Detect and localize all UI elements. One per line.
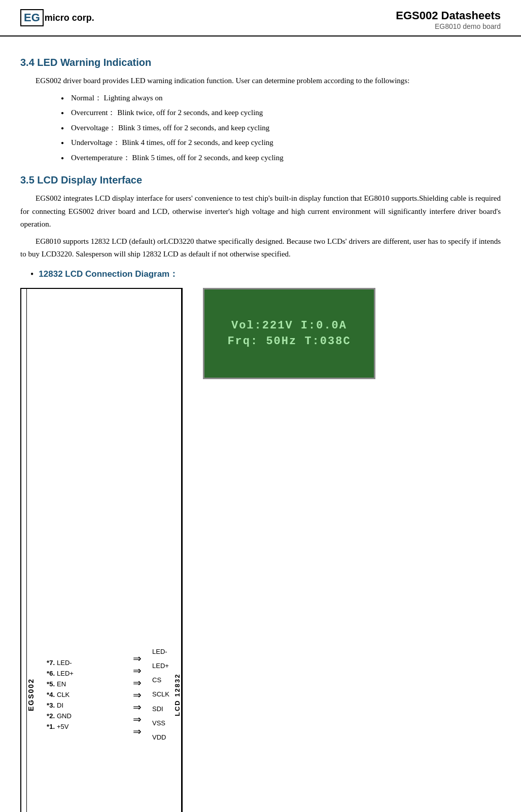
section-35-para1: EGS002 integrates LCD display interface … [20,192,501,231]
logo-area: EG micro corp. [20,9,94,26]
pin-name: LED- [57,659,77,667]
pin-name: +5V [57,723,77,730]
section-35: 3.5 LCD Display Interface EGS002 integra… [20,174,501,261]
right-pin-row: LED- [152,646,169,657]
arrow-icon: ⇒ [128,690,146,699]
right-pin-row: VDD [152,732,169,743]
arrow-icon: ⇒ [128,666,146,675]
arrow-icon: ⇒ [128,703,146,712]
arrow-icon: ⇒ [128,678,146,687]
pin-num: *2. [44,712,55,720]
diag-right-side: LED-LED+CSSCLKSDIVSSVDD LCD 12832 [148,289,182,813]
right-pin-row: VSS [152,718,169,729]
pin-name: GND [57,712,77,720]
left-pin-row: *2.GND [44,712,122,720]
diagram-area: EGS002 *7.LED-*6.LED+*5.EN*4.CLK*3.DI*2.… [20,288,501,813]
right-pin-row: SDI [152,704,169,715]
lcd-display-photo: Vol:221V I:0.0A Frq: 50Hz T:038C [203,288,375,379]
pin-num: *1. [44,723,55,730]
doc-title: EGS002 Datasheets [396,9,501,22]
left-pin-row: *6.LED+ [44,670,122,677]
arrow-icon: ⇒ [128,727,146,736]
left-pins: *7.LED-*6.LED+*5.EN*4.CLK*3.DI*2.GND*1.+… [40,289,126,813]
warning-list-item: Overtemperature： Blink 5 times, off for … [61,152,501,165]
section-35-para2: EG8010 supports 12832 LCD (default) orLC… [20,235,501,261]
diagram1-bullet: • 12832 LCD Connection Diagram： [30,268,501,280]
pin-num: *7. [44,659,55,667]
bullet-dot: • [30,269,33,280]
pin-name: LED+ [57,670,77,677]
connection-box: EGS002 *7.LED-*6.LED+*5.EN*4.CLK*3.DI*2.… [20,288,183,813]
arrow-icon: ⇒ [128,654,146,663]
egs002-label: EGS002 [26,289,35,813]
logo-company: micro corp. [45,13,94,23]
arrows-col: ⇒⇒⇒⇒⇒⇒⇒ [126,289,148,813]
left-pin-row: *5.EN [44,680,122,688]
left-pin-row: *7.LED- [44,659,122,667]
warning-list-item: Normal： Lighting always on [61,92,501,105]
section-34-heading: 3.4 LED Warning Indication [20,57,501,68]
diag-left-side: EGS002 [21,289,40,813]
right-pin-row: CS [152,675,169,686]
doc-subtitle: EG8010 demo board [396,22,501,30]
warning-list: Normal： Lighting always onOvercurrent： B… [61,92,501,165]
pin-name: CLK [57,691,77,698]
logo-eg-box: EG [20,9,44,26]
header-right: EGS002 Datasheets EG8010 demo board [396,9,501,30]
diagram1-label: 12832 LCD Connection Diagram： [39,268,178,280]
section-34: 3.4 LED Warning Indication EGS002 driver… [20,57,501,164]
pin-num: *6. [44,670,55,677]
lcd-line2: Frq: 50Hz T:038C [227,335,351,348]
left-pin-row: *3.DI [44,702,122,709]
pin-num: *5. [44,680,55,688]
right-pins: LED-LED+CSSCLKSDIVSSVDD [148,289,173,813]
warning-list-item: Undervoltage： Blink 4 times, off for 2 s… [61,136,501,150]
left-pin-row: *4.CLK [44,691,122,698]
pin-num: *3. [44,702,55,709]
left-pin-row: *1.+5V [44,723,122,730]
warning-list-item: Overcurrent： Blink twice, off for 2 seco… [61,106,501,120]
section-34-intro: EGS002 driver board provides LED warning… [20,75,501,88]
lcd-label: LCD 12832 [173,289,182,813]
pin-name: DI [57,702,77,709]
lcd-line1: Vol:221V I:0.0A [231,319,347,332]
section-35-heading: 3.5 LCD Display Interface [20,174,501,186]
page-header: EG micro corp. EGS002 Datasheets EG8010 … [0,0,521,36]
pin-num: *4. [44,691,55,698]
right-pin-row: SCLK [152,689,169,700]
arrow-icon: ⇒ [128,715,146,724]
right-pin-row: LED+ [152,660,169,672]
warning-list-item: Overvoltage： Blink 3 times, off for 2 se… [61,122,501,135]
pin-name: EN [57,680,77,688]
main-content: 3.4 LED Warning Indication EGS002 driver… [0,36,521,812]
